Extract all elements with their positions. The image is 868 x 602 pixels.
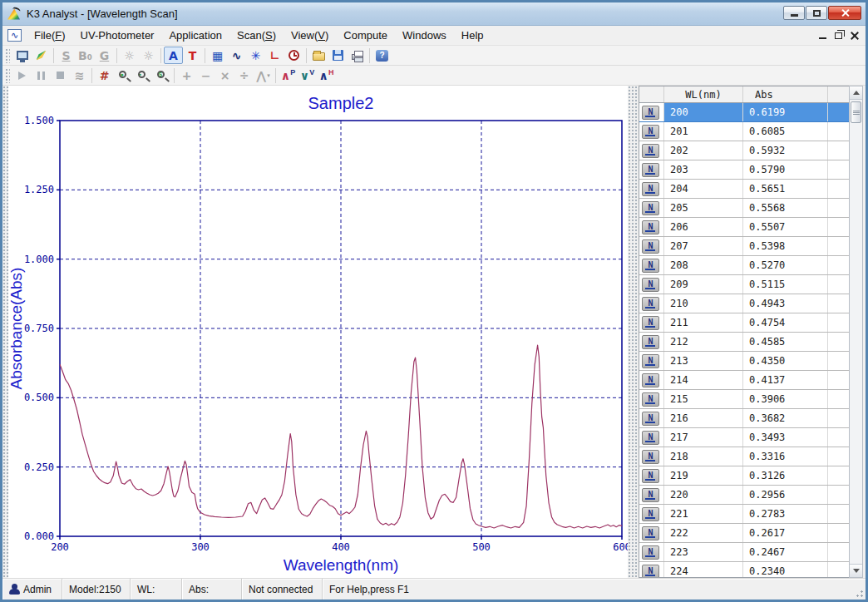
table-row[interactable]: N2140.4137 [639, 371, 849, 390]
save-file-icon[interactable] [328, 47, 348, 64]
grid-toggle-icon[interactable]: # [95, 67, 114, 84]
scroll-down-button[interactable] [850, 564, 862, 577]
row-marker-button[interactable]: N [642, 412, 659, 426]
stop-scan-icon [57, 72, 64, 79]
row-marker-button[interactable]: N [642, 565, 659, 578]
menu-item-file[interactable]: File(F) [27, 27, 73, 44]
row-marker-button[interactable]: N [642, 507, 659, 521]
user-icon [9, 584, 20, 595]
table-scrollbar[interactable] [849, 86, 863, 578]
row-marker-button[interactable]: N [642, 354, 659, 368]
row-marker-button[interactable]: N [642, 163, 659, 177]
panel-splitter[interactable] [628, 86, 639, 578]
row-marker-button[interactable]: N [642, 335, 659, 349]
row-marker-button[interactable]: N [642, 431, 659, 445]
peak-pick-icon[interactable]: ✳ [246, 47, 265, 64]
table-row[interactable]: N2050.5568 [639, 199, 849, 218]
table-row[interactable]: N2120.4585 [639, 333, 849, 352]
row-marker-button[interactable]: N [642, 144, 659, 158]
peak-mark-icon[interactable]: ∧P [279, 67, 298, 84]
table-row[interactable]: N2150.3906 [639, 390, 849, 409]
hand-tool-icon[interactable] [32, 47, 51, 64]
menu-item-compute[interactable]: Compute [336, 27, 395, 44]
table-row[interactable]: N2130.4350 [639, 352, 849, 371]
table-row[interactable]: N2160.3682 [639, 409, 849, 428]
row-marker-button[interactable]: N [642, 297, 659, 311]
scroll-track[interactable] [850, 125, 862, 564]
table-row[interactable]: N2240.2340 [639, 562, 849, 577]
table-row[interactable]: N2100.4943 [639, 294, 849, 313]
valley-mark-icon[interactable]: ∨V [298, 67, 317, 84]
table-row[interactable]: N2180.3316 [639, 447, 849, 466]
zoom-select-icon[interactable]: ● [114, 67, 133, 84]
open-file-icon[interactable] [309, 47, 328, 64]
menu-item-windows[interactable]: Windows [395, 27, 454, 44]
row-marker-button[interactable]: N [642, 125, 659, 139]
data-table-icon[interactable]: ▦ [208, 47, 227, 64]
table-row[interactable]: N2060.5507 [639, 218, 849, 237]
menu-item-view[interactable]: View(V) [284, 27, 336, 44]
row-marker-button[interactable]: N [642, 450, 659, 464]
table-row[interactable]: N2170.3493 [639, 428, 849, 447]
table-row[interactable]: N2040.5651 [639, 180, 849, 199]
row-marker-button[interactable]: N [642, 469, 659, 483]
help-icon[interactable]: ? [372, 47, 392, 64]
data-table-panel: WL(nm) Abs N2000.6199N2010.6085N2020.593… [639, 86, 849, 578]
mdi-minimize-icon[interactable] [819, 37, 826, 39]
row-marker-button[interactable]: N [642, 392, 659, 407]
mdi-close-icon[interactable] [851, 32, 859, 40]
toolbar-separator [275, 68, 276, 83]
chart-title: Sample2 [308, 94, 374, 112]
scroll-thumb[interactable] [851, 101, 861, 123]
table-row[interactable]: N2110.4754 [639, 313, 849, 333]
x-tick-label: 500 [472, 541, 491, 553]
timer-icon[interactable] [284, 47, 303, 64]
row-marker-button[interactable]: N [642, 373, 659, 387]
spectrum-view-icon[interactable]: ∿ [227, 47, 246, 64]
table-row[interactable]: N2080.5270 [639, 256, 849, 275]
zoom-reset-icon[interactable]: S [152, 67, 171, 84]
table-row[interactable]: N2090.5115 [639, 275, 849, 294]
row-marker-button[interactable]: N [642, 488, 659, 502]
table-row[interactable]: N2200.2956 [639, 486, 849, 505]
menu-item-application[interactable]: Application [161, 27, 229, 44]
close-button[interactable] [828, 6, 861, 20]
row-marker-button[interactable]: N [642, 259, 659, 273]
spectrum-chart[interactable]: 1.5001.2501.0000.7500.5000.2500.00020030… [8, 86, 628, 576]
transmittance-mode-icon[interactable]: T [183, 47, 202, 64]
absorbance-mode-icon[interactable]: A [164, 47, 183, 64]
minimize-button[interactable] [783, 6, 805, 20]
scroll-up-button[interactable] [850, 86, 862, 100]
row-marker-button[interactable]: N [642, 106, 659, 120]
axis-scale-icon[interactable]: ∟ [265, 47, 284, 64]
row-marker-button[interactable]: N [642, 545, 659, 560]
table-row[interactable]: N2210.2783 [639, 505, 849, 524]
menu-item-scan[interactable]: Scan(S) [229, 27, 284, 44]
instrument-setup-icon[interactable] [12, 47, 32, 64]
mdi-restore-icon[interactable] [835, 32, 842, 39]
table-row[interactable]: N2000.6199 [639, 103, 849, 122]
row-marker-button[interactable]: N [642, 201, 659, 215]
zoom-window-icon[interactable]: ▪ [133, 67, 152, 84]
peak-height-icon[interactable]: ∧H [317, 67, 336, 84]
menu-item-uvphotometer[interactable]: UV-Photometer [73, 27, 162, 44]
table-row[interactable]: N2230.2467 [639, 543, 849, 562]
toolbar-gripper[interactable] [5, 68, 10, 83]
table-row[interactable]: N2020.5932 [639, 141, 849, 160]
y-axis-label: Absorbance(Abs) [8, 268, 25, 390]
toolbar-gripper[interactable] [5, 48, 10, 63]
menu-item-help[interactable]: Help [454, 27, 491, 44]
row-marker-button[interactable]: N [642, 526, 659, 540]
table-row[interactable]: N2220.2617 [639, 524, 849, 543]
table-row[interactable]: N2190.3126 [639, 466, 849, 486]
maximize-button[interactable] [806, 6, 827, 20]
row-marker-button[interactable]: N [642, 278, 659, 292]
row-marker-button[interactable]: N [642, 316, 659, 330]
table-row[interactable]: N2030.5790 [639, 160, 849, 180]
table-row[interactable]: N2070.5398 [639, 237, 849, 256]
table-row[interactable]: N2010.6085 [639, 122, 849, 141]
row-marker-button[interactable]: N [642, 239, 659, 254]
row-marker-button[interactable]: N [642, 182, 659, 196]
row-marker-button[interactable]: N [642, 220, 659, 234]
print-icon[interactable] [348, 47, 367, 64]
